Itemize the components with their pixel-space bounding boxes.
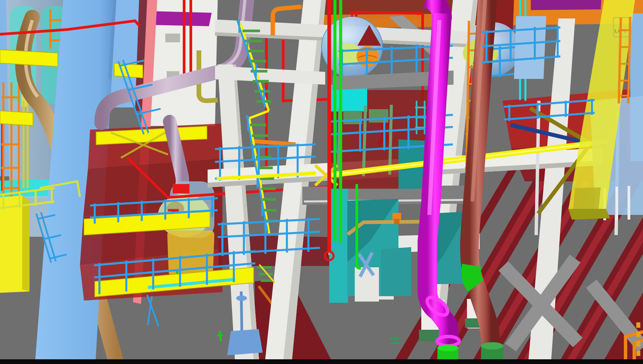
red-flange-band	[173, 184, 189, 193]
purple-slab	[148, 11, 212, 26]
letterbox-bar	[0, 359, 643, 364]
model-viewport[interactable]: LIFT	[0, 0, 643, 364]
green-coupling	[471, 265, 476, 286]
purple-beam	[531, 0, 601, 10]
yellow-beam	[176, 126, 207, 140]
model-canvas[interactable]: LIFT	[0, 0, 643, 364]
